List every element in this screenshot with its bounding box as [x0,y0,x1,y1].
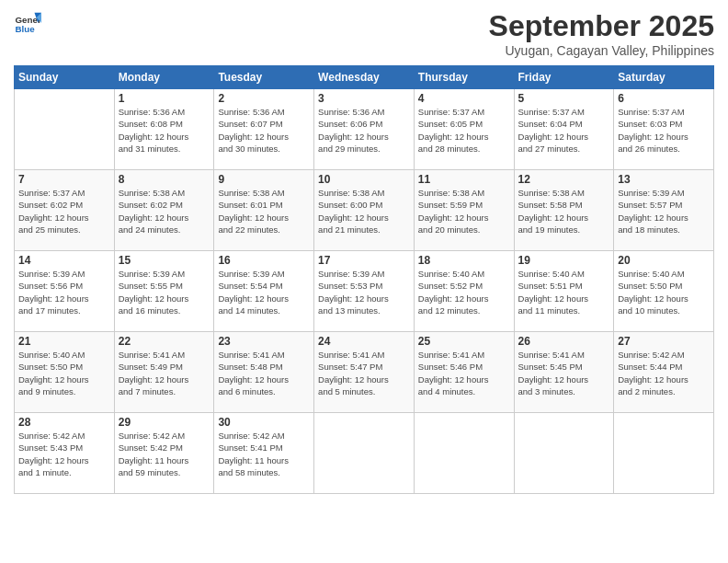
day-number: 15 [119,254,210,267]
calendar-cell: 24Sunrise: 5:41 AM Sunset: 5:47 PM Dayli… [314,332,415,413]
day-info: Sunrise: 5:41 AM Sunset: 5:46 PM Dayligh… [418,349,510,397]
calendar-cell: 6Sunrise: 5:37 AM Sunset: 6:03 PM Daylig… [614,89,714,170]
day-number: 4 [418,92,510,105]
calendar-table: Sunday Monday Tuesday Wednesday Thursday… [14,65,714,494]
day-info: Sunrise: 5:39 AM Sunset: 5:53 PM Dayligh… [318,268,410,316]
day-number: 22 [119,335,210,348]
day-info: Sunrise: 5:41 AM Sunset: 5:47 PM Dayligh… [318,349,410,397]
calendar-cell: 18Sunrise: 5:40 AM Sunset: 5:52 PM Dayli… [414,251,514,332]
calendar-cell: 11Sunrise: 5:38 AM Sunset: 5:59 PM Dayli… [414,170,514,251]
day-info: Sunrise: 5:40 AM Sunset: 5:50 PM Dayligh… [18,349,110,397]
day-number: 18 [418,254,510,267]
day-info: Sunrise: 5:40 AM Sunset: 5:51 PM Dayligh… [518,268,610,316]
day-number: 24 [318,335,410,348]
calendar-cell [614,413,714,494]
day-number: 21 [18,335,110,348]
week-row-2: 7Sunrise: 5:37 AM Sunset: 6:02 PM Daylig… [15,170,714,251]
day-info: Sunrise: 5:37 AM Sunset: 6:04 PM Dayligh… [518,106,610,155]
calendar-cell: 14Sunrise: 5:39 AM Sunset: 5:56 PM Dayli… [15,251,115,332]
day-number: 3 [318,92,410,105]
day-number: 11 [418,173,510,186]
day-info: Sunrise: 5:38 AM Sunset: 5:59 PM Dayligh… [418,187,510,236]
day-number: 1 [119,92,210,105]
day-number: 25 [418,335,510,348]
header-tuesday: Tuesday [214,66,314,89]
days-header-row: Sunday Monday Tuesday Wednesday Thursday… [15,66,714,89]
day-number: 2 [218,92,310,105]
day-info: Sunrise: 5:41 AM Sunset: 5:48 PM Dayligh… [218,349,310,397]
calendar-cell: 7Sunrise: 5:37 AM Sunset: 6:02 PM Daylig… [15,170,115,251]
day-info: Sunrise: 5:37 AM Sunset: 6:05 PM Dayligh… [418,106,510,155]
week-row-5: 28Sunrise: 5:42 AM Sunset: 5:43 PM Dayli… [15,413,714,494]
calendar-cell: 26Sunrise: 5:41 AM Sunset: 5:45 PM Dayli… [514,332,614,413]
calendar-cell [414,413,514,494]
day-number: 20 [618,254,710,267]
day-info: Sunrise: 5:40 AM Sunset: 5:52 PM Dayligh… [418,268,510,316]
calendar-cell: 22Sunrise: 5:41 AM Sunset: 5:49 PM Dayli… [114,332,214,413]
title-block: September 2025 Uyugan, Cagayan Valley, P… [489,9,714,58]
week-row-3: 14Sunrise: 5:39 AM Sunset: 5:56 PM Dayli… [15,251,714,332]
day-number: 7 [18,173,110,186]
logo: General Blue [14,9,41,37]
day-number: 17 [318,254,410,267]
calendar-cell [514,413,614,494]
day-number: 29 [119,416,210,429]
header-friday: Friday [514,66,614,89]
day-info: Sunrise: 5:42 AM Sunset: 5:44 PM Dayligh… [618,349,710,397]
calendar-cell: 4Sunrise: 5:37 AM Sunset: 6:05 PM Daylig… [414,89,514,170]
location: Uyugan, Cagayan Valley, Philippines [489,43,714,58]
header-monday: Monday [114,66,214,89]
day-number: 16 [218,254,310,267]
week-row-1: 1Sunrise: 5:36 AM Sunset: 6:08 PM Daylig… [15,89,714,170]
calendar-cell [314,413,415,494]
day-number: 27 [618,335,710,348]
month-title: September 2025 [489,9,714,43]
day-number: 28 [18,416,110,429]
day-number: 30 [218,416,310,429]
calendar-cell: 29Sunrise: 5:42 AM Sunset: 5:42 PM Dayli… [114,413,214,494]
day-info: Sunrise: 5:36 AM Sunset: 6:06 PM Dayligh… [318,106,410,155]
day-info: Sunrise: 5:38 AM Sunset: 6:01 PM Dayligh… [218,187,310,236]
day-info: Sunrise: 5:41 AM Sunset: 5:45 PM Dayligh… [518,349,610,397]
svg-text:Blue: Blue [16,24,36,34]
day-info: Sunrise: 5:39 AM Sunset: 5:54 PM Dayligh… [218,268,310,316]
day-info: Sunrise: 5:38 AM Sunset: 6:00 PM Dayligh… [318,187,410,236]
day-info: Sunrise: 5:41 AM Sunset: 5:49 PM Dayligh… [119,349,210,397]
calendar-cell: 23Sunrise: 5:41 AM Sunset: 5:48 PM Dayli… [214,332,314,413]
day-number: 6 [618,92,710,105]
calendar-cell: 17Sunrise: 5:39 AM Sunset: 5:53 PM Dayli… [314,251,415,332]
calendar-cell: 3Sunrise: 5:36 AM Sunset: 6:06 PM Daylig… [314,89,415,170]
calendar-cell: 28Sunrise: 5:42 AM Sunset: 5:43 PM Dayli… [15,413,115,494]
calendar-cell: 20Sunrise: 5:40 AM Sunset: 5:50 PM Dayli… [614,251,714,332]
day-number: 10 [318,173,410,186]
logo-icon: General Blue [14,9,41,37]
header-saturday: Saturday [614,66,714,89]
calendar-cell: 12Sunrise: 5:38 AM Sunset: 5:58 PM Dayli… [514,170,614,251]
calendar-cell: 1Sunrise: 5:36 AM Sunset: 6:08 PM Daylig… [114,89,214,170]
day-info: Sunrise: 5:40 AM Sunset: 5:50 PM Dayligh… [618,268,710,316]
day-info: Sunrise: 5:39 AM Sunset: 5:56 PM Dayligh… [18,268,110,316]
day-info: Sunrise: 5:38 AM Sunset: 5:58 PM Dayligh… [518,187,610,236]
day-info: Sunrise: 5:42 AM Sunset: 5:43 PM Dayligh… [18,430,110,478]
header-wednesday: Wednesday [314,66,415,89]
header-thursday: Thursday [414,66,514,89]
calendar-cell: 10Sunrise: 5:38 AM Sunset: 6:00 PM Dayli… [314,170,415,251]
day-number: 23 [218,335,310,348]
day-number: 12 [518,173,610,186]
day-info: Sunrise: 5:36 AM Sunset: 6:07 PM Dayligh… [218,106,310,155]
day-info: Sunrise: 5:37 AM Sunset: 6:02 PM Dayligh… [18,187,110,236]
day-number: 13 [618,173,710,186]
calendar-cell: 19Sunrise: 5:40 AM Sunset: 5:51 PM Dayli… [514,251,614,332]
calendar-cell [15,89,115,170]
day-info: Sunrise: 5:39 AM Sunset: 5:55 PM Dayligh… [119,268,210,316]
calendar-cell: 2Sunrise: 5:36 AM Sunset: 6:07 PM Daylig… [214,89,314,170]
day-number: 8 [119,173,210,186]
day-number: 26 [518,335,610,348]
calendar-cell: 5Sunrise: 5:37 AM Sunset: 6:04 PM Daylig… [514,89,614,170]
calendar-cell: 25Sunrise: 5:41 AM Sunset: 5:46 PM Dayli… [414,332,514,413]
day-info: Sunrise: 5:42 AM Sunset: 5:41 PM Dayligh… [218,430,310,478]
header-sunday: Sunday [15,66,115,89]
day-info: Sunrise: 5:36 AM Sunset: 6:08 PM Dayligh… [119,106,210,155]
calendar-cell: 27Sunrise: 5:42 AM Sunset: 5:44 PM Dayli… [614,332,714,413]
week-row-4: 21Sunrise: 5:40 AM Sunset: 5:50 PM Dayli… [15,332,714,413]
